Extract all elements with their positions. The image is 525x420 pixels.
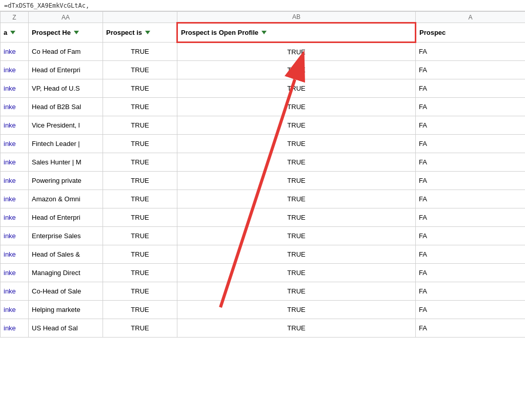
prospect-is-cell: TRUE <box>103 282 177 301</box>
prospect-is-cell: TRUE <box>103 227 177 245</box>
header-ac[interactable]: Prospec <box>416 23 526 43</box>
link-cell[interactable]: inke <box>1 135 29 153</box>
open-profile-cell: TRUE <box>177 79 416 98</box>
prospect-is-cell: TRUE <box>103 190 177 208</box>
filter-icon-ab-label[interactable] <box>145 31 150 34</box>
col-letter-ab-label <box>103 12 177 23</box>
prospect-is-cell: TRUE <box>103 172 177 190</box>
col-letter-ab: AB <box>177 12 416 23</box>
open-profile-cell: TRUE <box>177 227 416 245</box>
table-row: inkeSales Hunter | MTRUETRUEFA <box>1 153 526 172</box>
filter-icon-ab[interactable] <box>261 31 267 34</box>
open-profile-cell: TRUE <box>177 153 416 172</box>
prospect-is-cell: TRUE <box>103 43 177 61</box>
link-cell[interactable]: inke <box>1 245 29 264</box>
header-ac-label: Prospec <box>419 29 446 36</box>
prospec-cell: FA <box>416 79 526 98</box>
prospect-is-cell: TRUE <box>103 319 177 338</box>
prospect-is-cell: TRUE <box>103 208 177 227</box>
open-profile-cell: TRUE <box>177 172 416 190</box>
headline-cell: Head of Enterpri <box>29 61 103 79</box>
open-profile-cell: TRUE <box>177 135 416 153</box>
col-letter-z: Z <box>1 12 29 23</box>
link-cell[interactable]: inke <box>1 172 29 190</box>
header-aa[interactable]: Prospect He <box>29 23 103 43</box>
headline-cell: Enterprise Sales <box>29 227 103 245</box>
table-row: inkeHead of B2B SalTRUETRUEFA <box>1 98 526 116</box>
table-row: inkePowering privateTRUETRUEFA <box>1 172 526 190</box>
table-row: inkeFintech Leader |TRUETRUEFA <box>1 135 526 153</box>
prospec-cell: FA <box>416 43 526 61</box>
headline-cell: Co-Head of Sale <box>29 282 103 301</box>
link-cell[interactable]: inke <box>1 227 29 245</box>
prospect-is-cell: TRUE <box>103 135 177 153</box>
prospect-is-cell: TRUE <box>103 79 177 98</box>
open-profile-cell: TRUE <box>177 116 416 135</box>
formula-bar: =dTxDST6_XA9EmkVcGLtAc, <box>0 0 525 11</box>
link-cell[interactable]: inke <box>1 301 29 319</box>
link-cell[interactable]: inke <box>1 153 29 172</box>
table-row: inkeHelping marketeTRUETRUEFA <box>1 301 526 319</box>
table-row: inkeManaging DirectTRUETRUEFA <box>1 264 526 282</box>
header-ab[interactable]: Prospect is Open Profile <box>177 23 416 43</box>
open-profile-cell: TRUE <box>177 245 416 264</box>
header-ab-label-text: Prospect is <box>106 29 142 36</box>
headline-cell: Helping markete <box>29 301 103 319</box>
col-letter-ac: A <box>416 12 526 23</box>
table-row: inkeCo-Head of SaleTRUETRUEFA <box>1 282 526 301</box>
spreadsheet-table: Z AA AB A a Pros <box>0 11 525 338</box>
prospec-cell: FA <box>416 61 526 79</box>
filter-icon-z[interactable] <box>10 31 15 34</box>
spreadsheet-container: =dTxDST6_XA9EmkVcGLtAc, Z AA AB A <box>0 0 525 420</box>
headline-cell: Vice President, l <box>29 116 103 135</box>
table-row: inkeVice President, lTRUETRUEFA <box>1 116 526 135</box>
link-cell[interactable]: inke <box>1 61 29 79</box>
table-row: inkeAmazon & OmniTRUETRUEFA <box>1 190 526 208</box>
link-cell[interactable]: inke <box>1 319 29 338</box>
headline-cell: Sales Hunter | M <box>29 153 103 172</box>
field-header-row: a Prospect He Prospect is <box>1 23 526 43</box>
link-cell[interactable]: inke <box>1 43 29 61</box>
prospec-cell: FA <box>416 190 526 208</box>
headline-cell: Head of Sales & <box>29 245 103 264</box>
open-profile-cell: TRUE <box>177 282 416 301</box>
table-row: inkeCo Head of FamTRUETRUEFA <box>1 43 526 61</box>
prospect-is-cell: TRUE <box>103 98 177 116</box>
open-profile-cell: TRUE <box>177 208 416 227</box>
formula-text: =dTxDST6_XA9EmkVcGLtAc, <box>4 2 89 9</box>
link-cell[interactable]: inke <box>1 116 29 135</box>
prospec-cell: FA <box>416 208 526 227</box>
open-profile-cell: TRUE <box>177 190 416 208</box>
headline-cell: Co Head of Fam <box>29 43 103 61</box>
header-z-label: a <box>4 29 7 36</box>
header-ab-label[interactable]: Prospect is <box>103 23 177 43</box>
prospec-cell: FA <box>416 264 526 282</box>
prospect-is-cell: TRUE <box>103 245 177 264</box>
prospec-cell: FA <box>416 172 526 190</box>
prospec-cell: FA <box>416 153 526 172</box>
prospec-cell: FA <box>416 319 526 338</box>
link-cell[interactable]: inke <box>1 208 29 227</box>
link-cell[interactable]: inke <box>1 264 29 282</box>
headline-cell: Amazon & Omni <box>29 190 103 208</box>
filter-icon-aa[interactable] <box>74 31 79 34</box>
open-profile-cell: TRUE <box>177 61 416 79</box>
table-row: inkeHead of EnterpriTRUETRUEFA <box>1 61 526 79</box>
headline-cell: Fintech Leader | <box>29 135 103 153</box>
link-cell[interactable]: inke <box>1 79 29 98</box>
link-cell[interactable]: inke <box>1 98 29 116</box>
prospect-is-cell: TRUE <box>103 264 177 282</box>
header-ab-text: Prospect is Open Profile <box>181 29 258 36</box>
prospec-cell: FA <box>416 98 526 116</box>
open-profile-cell: TRUE <box>177 98 416 116</box>
link-cell[interactable]: inke <box>1 190 29 208</box>
link-cell[interactable]: inke <box>1 282 29 301</box>
prospec-cell: FA <box>416 301 526 319</box>
table-row: inkeUS Head of SalTRUETRUEFA <box>1 319 526 338</box>
open-profile-cell: TRUE <box>177 43 416 61</box>
open-profile-cell: TRUE <box>177 264 416 282</box>
header-z[interactable]: a <box>1 23 29 43</box>
prospec-cell: FA <box>416 282 526 301</box>
header-aa-label: Prospect He <box>32 29 71 36</box>
headline-cell: US Head of Sal <box>29 319 103 338</box>
